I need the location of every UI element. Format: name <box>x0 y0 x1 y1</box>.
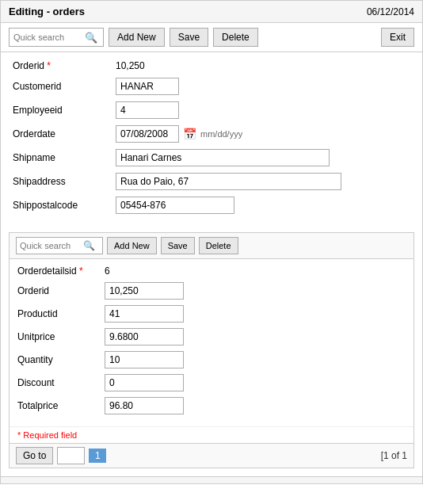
shipname-row: Shipname <box>13 149 410 166</box>
exit-button[interactable]: Exit <box>381 28 414 47</box>
sub-discount-input[interactable] <box>105 374 184 391</box>
sub-search-box[interactable]: 🔍 <box>16 237 103 254</box>
sub-quantity-label: Quantity <box>17 354 105 365</box>
sub-toolbar: 🔍 Add New Save Delete <box>10 233 413 259</box>
shipname-label: Shipname <box>13 152 116 163</box>
employeeid-label: Employeeid <box>13 105 116 116</box>
sub-totalprice-label: Totalprice <box>17 400 105 411</box>
page-number-badge: 1 <box>89 449 106 463</box>
employeeid-input[interactable] <box>116 101 179 119</box>
sub-search-icon: 🔍 <box>83 240 95 251</box>
sub-save-button[interactable]: Save <box>161 237 195 254</box>
sub-search-input[interactable] <box>20 241 83 250</box>
customerid-label: Customerid <box>13 81 116 92</box>
shippostalcode-label: Shippostalcode <box>13 200 116 211</box>
main-form: Orderid * 10,250 Customerid Employeeid O… <box>1 52 422 228</box>
shippostalcode-input[interactable] <box>116 197 234 214</box>
customerid-input[interactable] <box>116 78 179 95</box>
sub-quantity-row: Quantity <box>17 351 406 368</box>
sub-orderdetailsid-label: Orderdetailsid * <box>17 265 105 277</box>
header-date: 06/12/2014 <box>367 6 414 17</box>
orderdate-row: Orderdate 📅 mm/dd/yyy <box>13 125 410 143</box>
sub-productid-input[interactable] <box>105 305 184 323</box>
sub-orderdetailsid-row: Orderdetailsid * 6 <box>17 265 406 277</box>
orderdate-label: Orderdate <box>13 128 116 139</box>
calendar-icon[interactable]: 📅 <box>183 128 196 140</box>
sub-quantity-input[interactable] <box>105 351 184 368</box>
customerid-row: Customerid <box>13 78 410 95</box>
sub-form: Orderdetailsid * 6 Orderid Productid Uni… <box>10 259 413 426</box>
main-search-box[interactable]: 🔍 <box>9 28 104 47</box>
sub-container: 🔍 Add New Save Delete Orderdetailsid * 6… <box>9 232 414 468</box>
save-button[interactable]: Save <box>170 28 208 47</box>
sub-pagination-bar: Go to 1 [1 of 1 <box>10 443 413 468</box>
sub-orderdetailsid-value: 6 <box>105 265 110 277</box>
sub-delete-button[interactable]: Delete <box>199 237 238 254</box>
shipaddress-input[interactable] <box>116 173 341 190</box>
date-format-hint: mm/dd/yyy <box>200 129 242 139</box>
shipname-input[interactable] <box>116 149 330 166</box>
main-window: Editing - orders 06/12/2014 🔍 Add New Sa… <box>0 0 423 484</box>
shipaddress-row: Shipaddress <box>13 173 410 190</box>
sub-totalprice-input[interactable] <box>105 397 184 414</box>
shippostalcode-row: Shippostalcode <box>13 197 410 214</box>
employeeid-row: Employeeid <box>13 101 410 119</box>
main-toolbar: 🔍 Add New Save Delete Exit <box>1 23 422 52</box>
sub-orderid-row: Orderid <box>17 282 406 300</box>
page-info: [1 of 1 <box>381 450 407 461</box>
window-title: Editing - orders <box>9 6 85 17</box>
sub-add-new-button[interactable]: Add New <box>107 237 157 254</box>
delete-button[interactable]: Delete <box>213 28 258 47</box>
sub-orderid-input[interactable] <box>105 282 184 300</box>
add-new-button[interactable]: Add New <box>109 28 165 47</box>
required-note: * Required field <box>10 426 413 443</box>
orderid-label: Orderid * <box>13 60 116 71</box>
header: Editing - orders 06/12/2014 <box>1 1 422 23</box>
sub-unitprice-input[interactable] <box>105 328 184 346</box>
sub-productid-label: Productid <box>17 308 105 319</box>
orderid-value: 10,250 <box>116 60 145 71</box>
sub-totalprice-row: Totalprice <box>17 397 406 414</box>
goto-input[interactable] <box>57 447 85 464</box>
sub-productid-row: Productid <box>17 305 406 323</box>
sub-discount-label: Discount <box>17 377 105 388</box>
goto-button[interactable]: Go to <box>16 447 53 464</box>
orderdate-group: 📅 mm/dd/yyy <box>116 125 242 143</box>
outer-pagination-bar <box>1 476 422 483</box>
orderid-row: Orderid * 10,250 <box>13 60 410 71</box>
orderdate-input[interactable] <box>116 125 179 143</box>
sub-discount-row: Discount <box>17 374 406 391</box>
main-search-input[interactable] <box>13 32 85 42</box>
shipaddress-label: Shipaddress <box>13 176 116 187</box>
sub-unitprice-label: Unitprice <box>17 331 105 342</box>
sub-orderid-label: Orderid <box>17 285 105 296</box>
sub-unitprice-row: Unitprice <box>17 328 406 346</box>
search-icon: 🔍 <box>85 32 97 44</box>
